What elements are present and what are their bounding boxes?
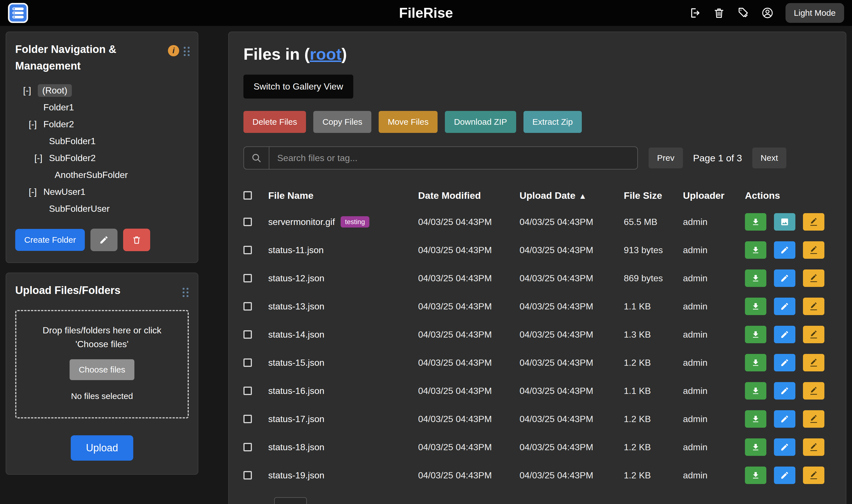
row-checkbox[interactable] xyxy=(243,274,252,283)
switch-gallery-view-button[interactable]: Switch to Gallery View xyxy=(243,75,353,98)
app-logo-icon[interactable] xyxy=(8,3,28,23)
delete-folder-button[interactable] xyxy=(123,229,150,251)
row-checkbox[interactable] xyxy=(243,330,252,339)
account-button[interactable] xyxy=(761,7,774,19)
col-file-name[interactable]: File Name xyxy=(268,190,418,201)
trash-button[interactable] xyxy=(713,7,725,19)
download-button[interactable] xyxy=(745,269,766,287)
folder-tree-item[interactable]: Folder1 xyxy=(15,99,190,116)
tag-manager-button[interactable] xyxy=(737,7,749,19)
rename-file-button[interactable] xyxy=(803,382,824,399)
folder-label[interactable]: NewUser1 xyxy=(44,187,85,197)
items-per-page-select[interactable]: 10 ▲▼ xyxy=(274,497,307,504)
file-name[interactable]: servermonitor.gif xyxy=(268,217,335,227)
download-button[interactable] xyxy=(745,241,766,259)
move-files-button[interactable]: Move Files xyxy=(379,111,437,133)
rename-file-button[interactable] xyxy=(803,354,824,372)
file-name[interactable]: status-15.json xyxy=(268,358,324,368)
file-name[interactable]: status-18.json xyxy=(268,442,324,452)
file-name[interactable]: status-12.json xyxy=(268,273,324,284)
edit-file-button[interactable] xyxy=(774,269,795,287)
download-button[interactable] xyxy=(745,298,766,315)
rename-file-button[interactable] xyxy=(803,298,824,315)
file-name[interactable]: status-19.json xyxy=(268,470,324,481)
search-input[interactable] xyxy=(269,147,637,169)
edit-file-button[interactable] xyxy=(774,410,795,428)
folder-label[interactable]: Folder1 xyxy=(44,102,74,113)
col-upload-date[interactable]: Upload Date▲ xyxy=(520,190,624,201)
next-page-button[interactable]: Next xyxy=(752,147,787,168)
folder-tree-item[interactable]: [-] Folder2 xyxy=(15,116,190,133)
folder-tree-item[interactable]: SubFolderUser xyxy=(15,200,190,217)
download-button[interactable] xyxy=(745,354,766,372)
download-button[interactable] xyxy=(745,213,766,231)
rename-file-button[interactable] xyxy=(803,213,824,231)
edit-file-button[interactable] xyxy=(774,438,795,456)
info-icon[interactable]: i xyxy=(168,45,179,56)
rename-file-button[interactable] xyxy=(803,269,824,287)
folder-label[interactable]: SubFolderUser xyxy=(49,203,109,214)
file-name[interactable]: status-14.json xyxy=(268,329,324,340)
folder-tree-item[interactable]: SubFolder1 xyxy=(15,133,190,150)
folder-tree-item[interactable]: [-] SubFolder2 xyxy=(15,150,190,167)
file-name[interactable]: status-13.json xyxy=(268,301,324,312)
rename-file-button[interactable] xyxy=(803,438,824,456)
drag-handle-icon[interactable] xyxy=(182,288,189,297)
folder-tree-item[interactable]: [-] NewUser1 xyxy=(15,184,190,200)
rename-file-button[interactable] xyxy=(803,410,824,428)
folder-tree-item[interactable]: [-] (Root) xyxy=(15,82,190,99)
file-name[interactable]: status-17.json xyxy=(268,414,324,424)
edit-file-button[interactable] xyxy=(774,354,795,372)
upload-dropzone[interactable]: Drop files/folders here or click 'Choose… xyxy=(15,310,189,419)
copy-files-button[interactable]: Copy Files xyxy=(313,111,371,133)
choose-files-button[interactable]: Choose files xyxy=(70,359,134,380)
col-uploader[interactable]: Uploader xyxy=(683,190,745,201)
edit-file-button[interactable] xyxy=(774,298,795,315)
file-name[interactable]: status-16.json xyxy=(268,386,324,396)
folder-label[interactable]: SubFolder2 xyxy=(49,153,95,163)
row-checkbox[interactable] xyxy=(243,443,252,451)
rename-file-button[interactable] xyxy=(803,467,824,484)
folder-toggle[interactable]: [-] xyxy=(23,85,38,96)
download-button[interactable] xyxy=(745,438,766,456)
edit-file-button[interactable] xyxy=(774,326,795,343)
edit-file-button[interactable] xyxy=(774,241,795,259)
delete-files-button[interactable]: Delete Files xyxy=(243,111,306,133)
rename-file-button[interactable] xyxy=(803,326,824,343)
folder-label[interactable]: SubFolder1 xyxy=(49,136,95,146)
download-zip-button[interactable]: Download ZIP xyxy=(445,111,516,133)
extract-zip-button[interactable]: Extract Zip xyxy=(523,111,582,133)
folder-toggle[interactable]: [-] xyxy=(29,119,44,129)
folder-tree-item[interactable]: AnotherSubFolder xyxy=(15,167,190,184)
drag-handle-icon[interactable] xyxy=(184,47,190,56)
rename-file-button[interactable] xyxy=(803,241,824,259)
folder-label[interactable]: (Root) xyxy=(38,84,72,97)
download-button[interactable] xyxy=(745,467,766,484)
prev-page-button[interactable]: Prev xyxy=(648,147,683,168)
logout-button[interactable] xyxy=(689,7,701,19)
rename-folder-button[interactable] xyxy=(90,229,118,251)
row-checkbox[interactable] xyxy=(243,358,252,367)
create-folder-button[interactable]: Create Folder xyxy=(15,229,85,251)
preview-image-button[interactable] xyxy=(774,213,795,231)
file-name[interactable]: status-11.json xyxy=(268,245,324,255)
root-folder-link[interactable]: root xyxy=(310,45,342,63)
col-date-modified[interactable]: Date Modified xyxy=(418,190,520,201)
row-checkbox[interactable] xyxy=(243,302,252,310)
download-button[interactable] xyxy=(745,326,766,343)
download-button[interactable] xyxy=(745,382,766,399)
folder-label[interactable]: AnotherSubFolder xyxy=(55,170,128,180)
light-mode-button[interactable]: Light Mode xyxy=(785,3,844,23)
select-all-checkbox[interactable] xyxy=(243,191,252,200)
row-checkbox[interactable] xyxy=(243,246,252,254)
folder-label[interactable]: Folder2 xyxy=(44,119,74,129)
folder-toggle[interactable]: [-] xyxy=(34,153,49,163)
row-checkbox[interactable] xyxy=(243,415,252,423)
folder-toggle[interactable]: [-] xyxy=(29,187,44,197)
row-checkbox[interactable] xyxy=(243,218,252,226)
row-checkbox[interactable] xyxy=(243,386,252,395)
col-file-size[interactable]: File Size xyxy=(624,190,683,201)
edit-file-button[interactable] xyxy=(774,467,795,484)
row-checkbox[interactable] xyxy=(243,471,252,480)
download-button[interactable] xyxy=(745,410,766,428)
